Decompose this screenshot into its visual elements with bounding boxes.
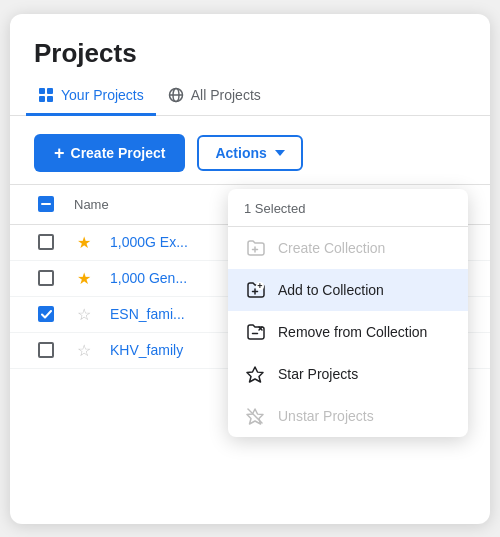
row-star-4[interactable]: ☆ [74,341,94,360]
tabs-bar: Your Projects All Projects [10,77,490,116]
star-icon [244,364,266,384]
actions-dropdown: 1 Selected Create Collection + [228,189,468,437]
plus-icon: + [54,144,65,162]
star-off-icon [244,406,266,426]
unchecked-checkbox-icon [38,234,54,250]
tab-your-projects-label: Your Projects [61,87,144,103]
svg-rect-0 [39,88,45,94]
checked-checkbox-icon [38,306,54,322]
svg-rect-3 [47,96,53,102]
chevron-down-icon [275,150,285,156]
main-card: Projects Your Projects All P [10,14,490,524]
add-to-collection-label: Add to Collection [278,282,384,298]
remove-from-collection-label: Remove from Collection [278,324,427,340]
create-collection-label: Create Collection [278,240,385,256]
dropdown-item-add-to-collection[interactable]: + Add to Collection [228,269,468,311]
indeterminate-checkbox-icon [38,196,54,212]
dropdown-item-unstar-projects[interactable]: Unstar Projects [228,395,468,437]
svg-rect-2 [39,96,45,102]
svg-rect-7 [41,203,51,205]
row-checkbox-3[interactable] [34,306,58,322]
folder-add-icon: + [244,280,266,300]
toolbar: + Create Project Actions [10,116,490,184]
star-filled-icon: ★ [77,269,91,288]
star-filled-icon: ★ [77,233,91,252]
unchecked-checkbox-icon [38,342,54,358]
dropdown-selected-label: 1 Selected [228,189,468,227]
actions-button[interactable]: Actions [197,135,302,171]
row-checkbox-4[interactable] [34,342,58,358]
star-empty-icon: ☆ [77,305,91,324]
svg-rect-1 [47,88,53,94]
dropdown-item-remove-from-collection[interactable]: Remove from Collection [228,311,468,353]
tab-all-projects[interactable]: All Projects [156,77,273,116]
tab-all-projects-label: All Projects [191,87,261,103]
folder-remove-icon [244,322,266,342]
row-star-2[interactable]: ★ [74,269,94,288]
header-checkbox[interactable] [34,196,58,212]
unchecked-checkbox-icon [38,270,54,286]
svg-marker-17 [247,367,263,382]
actions-label: Actions [215,145,266,161]
folder-new-icon [244,238,266,258]
svg-text:+: + [257,281,262,291]
row-star-1[interactable]: ★ [74,233,94,252]
create-project-label: Create Project [71,145,166,161]
dropdown-item-create-collection[interactable]: Create Collection [228,227,468,269]
row-checkbox-1[interactable] [34,234,58,250]
globe-icon [168,87,184,103]
star-empty-icon: ☆ [77,341,91,360]
create-project-button[interactable]: + Create Project [34,134,185,172]
dropdown-item-star-projects[interactable]: Star Projects [228,353,468,395]
grid-icon [38,87,54,103]
unstar-projects-label: Unstar Projects [278,408,374,424]
star-projects-label: Star Projects [278,366,358,382]
page-title: Projects [10,14,490,69]
row-checkbox-2[interactable] [34,270,58,286]
row-star-3[interactable]: ☆ [74,305,94,324]
tab-your-projects[interactable]: Your Projects [26,77,156,116]
name-column-header: Name [74,189,109,220]
